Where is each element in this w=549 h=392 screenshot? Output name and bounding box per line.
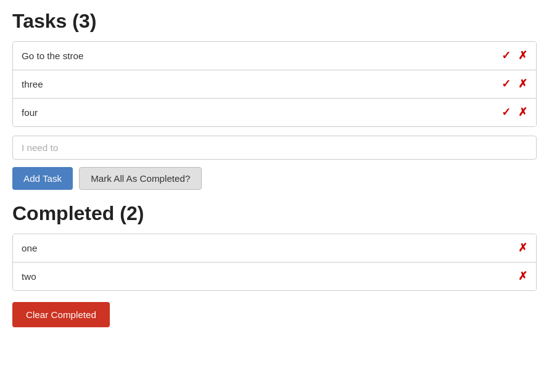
- delete-task-icon[interactable]: ✗: [518, 78, 527, 91]
- task-item: four✓✗: [13, 99, 536, 126]
- completed-item: one✗: [13, 234, 536, 263]
- task-actions: ✓✗: [502, 78, 527, 91]
- completed-title: Completed (2): [12, 202, 537, 225]
- delete-task-icon[interactable]: ✗: [518, 49, 527, 62]
- delete-task-icon[interactable]: ✗: [518, 106, 527, 119]
- task-item: Go to the stroe✓✗: [13, 42, 536, 70]
- completed-list: one✗two✗: [12, 234, 537, 291]
- task-actions: ✓✗: [502, 49, 527, 62]
- completed-task-actions: ✗: [518, 270, 527, 283]
- task-label: three: [22, 79, 502, 89]
- task-item: three✓✗: [13, 70, 536, 99]
- task-actions: ✓✗: [502, 106, 527, 119]
- completed-task-label: two: [22, 271, 518, 282]
- completed-task-label: one: [22, 243, 518, 253]
- clear-completed-button[interactable]: Clear Completed: [12, 302, 110, 327]
- complete-task-icon[interactable]: ✓: [502, 106, 511, 119]
- add-task-button[interactable]: Add Task: [12, 167, 73, 190]
- tasks-list: Go to the stroe✓✗three✓✗four✓✗: [12, 41, 537, 127]
- task-label: four: [22, 107, 502, 118]
- complete-task-icon[interactable]: ✓: [502, 49, 511, 62]
- completed-item: two✗: [13, 263, 536, 290]
- delete-completed-icon[interactable]: ✗: [518, 242, 527, 255]
- mark-all-button[interactable]: Mark All As Completed?: [79, 167, 202, 190]
- complete-task-icon[interactable]: ✓: [502, 78, 511, 91]
- completed-task-actions: ✗: [518, 242, 527, 255]
- tasks-title: Tasks (3): [12, 10, 537, 33]
- new-task-input[interactable]: [12, 136, 537, 160]
- action-buttons: Add Task Mark All As Completed?: [12, 167, 537, 190]
- delete-completed-icon[interactable]: ✗: [518, 270, 527, 283]
- task-label: Go to the stroe: [22, 51, 502, 61]
